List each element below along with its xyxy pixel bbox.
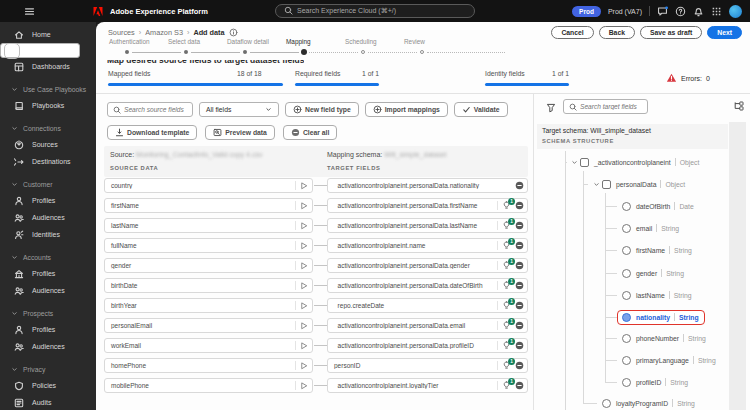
schema-node-gender[interactable]: genderString bbox=[617, 265, 690, 281]
env-badge[interactable]: Prod bbox=[572, 6, 601, 17]
schema-node-loyaltyprogramid[interactable]: loyaltyProgramIDString bbox=[597, 395, 701, 410]
breadcrumb-amazon-s3[interactable]: Amazon S3 bbox=[145, 28, 183, 37]
field-filter-select[interactable]: All fields bbox=[199, 102, 279, 117]
schema-field-radio[interactable] bbox=[622, 356, 631, 365]
sidebar-item-workflows[interactable]: Workflows bbox=[0, 43, 80, 58]
avatar[interactable] bbox=[729, 5, 742, 18]
target-fields-search-input[interactable] bbox=[580, 103, 642, 110]
schema-node-nationality[interactable]: nationalityString bbox=[617, 309, 705, 325]
breadcrumb-sources[interactable]: Sources bbox=[108, 28, 135, 37]
remove-mapping-icon[interactable] bbox=[515, 321, 524, 330]
remove-mapping-icon[interactable] bbox=[515, 281, 524, 290]
global-search[interactable]: Search Experience Cloud (⌘+/) bbox=[275, 4, 475, 18]
map-action-icon[interactable] bbox=[300, 262, 308, 270]
env-label[interactable]: Prod (VA7) bbox=[608, 8, 642, 15]
schema-node-firstname[interactable]: firstNameString bbox=[617, 242, 698, 258]
source-field[interactable]: mobilePhone bbox=[104, 378, 313, 393]
target-field[interactable]: _repo.createDate1 bbox=[327, 298, 528, 313]
source-field[interactable]: gender bbox=[104, 258, 313, 273]
suggestions-icon[interactable]: 1 bbox=[502, 201, 511, 210]
sidebar-item-audiences[interactable]: Audiences bbox=[0, 338, 96, 355]
sidebar-item-audiences[interactable]: Audiences bbox=[0, 209, 96, 226]
target-field[interactable]: personID1 bbox=[327, 358, 528, 373]
chevron-down-icon[interactable] bbox=[593, 181, 600, 188]
remove-mapping-icon[interactable] bbox=[515, 241, 524, 250]
step-scheduling[interactable]: Scheduling bbox=[342, 37, 401, 61]
remove-mapping-icon[interactable] bbox=[515, 301, 524, 310]
sidebar-section-prospects[interactable]: Prospects bbox=[0, 306, 96, 321]
schema-field-radio[interactable] bbox=[622, 291, 631, 300]
schema-node-dateofbirth[interactable]: dateOfBirthDate bbox=[617, 198, 700, 214]
target-field[interactable]: _activationcontrolplaneint.personalData.… bbox=[327, 258, 528, 273]
map-action-icon[interactable] bbox=[300, 182, 308, 190]
suggestions-icon[interactable]: 1 bbox=[502, 221, 511, 230]
filter-icon[interactable] bbox=[546, 103, 556, 113]
sidebar-item-audiences[interactable]: Audiences bbox=[0, 282, 96, 299]
source-fields-search-input[interactable] bbox=[124, 106, 187, 113]
step-authentication[interactable]: Authentication bbox=[106, 37, 165, 61]
schema-structure-view-icon[interactable] bbox=[734, 101, 744, 111]
sidebar-section-customer[interactable]: Customer bbox=[0, 177, 96, 192]
suggestions-icon[interactable]: 1 bbox=[502, 261, 511, 270]
sidebar-item-identities[interactable]: Identities bbox=[0, 226, 96, 243]
step-review[interactable]: Review bbox=[401, 37, 460, 61]
map-action-icon[interactable] bbox=[300, 362, 308, 370]
sidebar-item-profiles[interactable]: Profiles bbox=[0, 321, 96, 338]
source-field[interactable]: firstName bbox=[104, 198, 313, 213]
map-action-icon[interactable] bbox=[300, 242, 308, 250]
source-field[interactable]: personalEmail bbox=[104, 318, 313, 333]
target-field[interactable]: _activationcontrolplaneint.loyaltyTier1 bbox=[327, 378, 528, 393]
suggestions-icon[interactable]: 1 bbox=[502, 301, 511, 310]
suggestions-icon[interactable]: 1 bbox=[502, 341, 511, 350]
map-action-icon[interactable] bbox=[300, 282, 308, 290]
source-field[interactable]: birthDate bbox=[104, 278, 313, 293]
source-field[interactable]: country bbox=[104, 178, 313, 193]
preview-data-button[interactable]: Preview data bbox=[205, 125, 275, 140]
remove-mapping-icon[interactable] bbox=[515, 361, 524, 370]
save-as-draft-button[interactable]: Save as draft bbox=[640, 26, 702, 39]
sidebar-section-accounts[interactable]: Accounts bbox=[0, 250, 96, 265]
help-icon[interactable] bbox=[675, 6, 686, 17]
new-field-type-button[interactable]: New field type bbox=[285, 102, 359, 117]
schema-node-primarylanguage[interactable]: primaryLanguageString bbox=[617, 352, 722, 368]
import-mappings-button[interactable]: Import mappings bbox=[365, 102, 448, 117]
schema-node-profileid[interactable]: profileIDString bbox=[617, 374, 694, 390]
source-field[interactable]: workEmail bbox=[104, 338, 313, 353]
map-action-icon[interactable] bbox=[300, 302, 308, 310]
sidebar-section-connections[interactable]: Connections bbox=[0, 121, 96, 136]
info-icon[interactable] bbox=[229, 28, 238, 37]
schema-node-lastname[interactable]: lastNameString bbox=[617, 287, 697, 303]
target-field[interactable]: _activationcontrolplaneint.personalData.… bbox=[327, 198, 528, 213]
sidebar-item-profiles[interactable]: Profiles bbox=[0, 192, 96, 209]
sidebar-item-home[interactable]: Home bbox=[0, 26, 96, 43]
next-button[interactable]: Next bbox=[707, 26, 742, 39]
schema-object-checkbox[interactable] bbox=[580, 158, 589, 167]
suggestions-icon[interactable]: 1 bbox=[502, 381, 511, 390]
suggestions-icon[interactable]: 1 bbox=[502, 361, 511, 370]
target-field[interactable]: _activationcontrolplaneint.personalData.… bbox=[327, 178, 528, 193]
source-field[interactable]: homePhone bbox=[104, 358, 313, 373]
schema-field-radio[interactable] bbox=[622, 269, 631, 278]
source-field[interactable]: birthYear bbox=[104, 298, 313, 313]
sidebar-item-sources[interactable]: Sources bbox=[0, 136, 96, 153]
back-button[interactable]: Back bbox=[599, 26, 635, 39]
download-template-button[interactable]: Download template bbox=[107, 125, 197, 140]
schema-field-radio[interactable] bbox=[622, 313, 631, 322]
schema-node--activationcontrolplaneint[interactable]: _activationcontrolplaneintObject bbox=[566, 154, 705, 170]
source-field[interactable]: lastName bbox=[104, 218, 313, 233]
remove-mapping-icon[interactable] bbox=[515, 341, 524, 350]
step-mapping[interactable]: Mapping bbox=[283, 37, 342, 61]
validate-button[interactable]: Validate bbox=[454, 102, 508, 117]
sidebar-item-playbooks[interactable]: Playbooks bbox=[0, 97, 96, 114]
remove-mapping-icon[interactable] bbox=[515, 261, 524, 270]
target-field[interactable]: _activationcontrolplaneint.personalData.… bbox=[327, 318, 528, 333]
map-action-icon[interactable] bbox=[300, 342, 308, 350]
target-field[interactable]: _activationcontrolplaneint.personalData.… bbox=[327, 278, 528, 293]
schema-node-personaldata[interactable]: personalDataObject bbox=[588, 176, 691, 192]
suggestions-icon[interactable]: 1 bbox=[502, 241, 511, 250]
schema-node-email[interactable]: emailString bbox=[617, 220, 685, 236]
sidebar-item-audits[interactable]: Audits bbox=[0, 394, 96, 410]
sidebar-item-policies[interactable]: Policies bbox=[0, 377, 96, 394]
target-fields-search[interactable] bbox=[563, 99, 648, 114]
sidebar-item-profiles[interactable]: Profiles bbox=[0, 265, 96, 282]
